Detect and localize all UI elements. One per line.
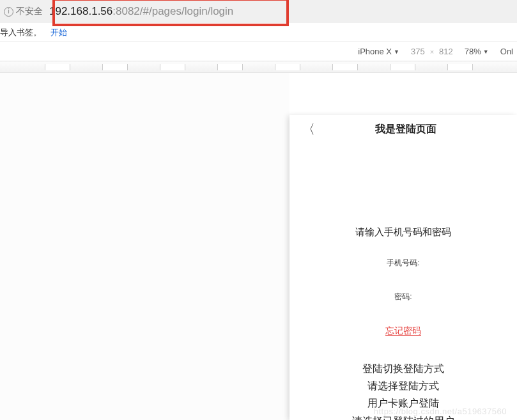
chevron-down-icon: ▼ bbox=[483, 49, 489, 55]
import-bookmarks-text: 导入书签。 bbox=[0, 27, 42, 38]
dimension-x: × bbox=[430, 48, 434, 56]
url-host: 192.168.1.56 bbox=[49, 5, 112, 18]
password-label: 密码: bbox=[289, 292, 517, 302]
url-path: :8082/#/pages/login/login bbox=[112, 5, 233, 18]
login-form-body: 请输入手机号码和密码 手机号码: 密码: 忘记密码 登陆切换登陆方式 请选择登陆… bbox=[289, 143, 517, 420]
not-safe-indicator: i 不安全 bbox=[4, 6, 43, 17]
address-bar: i 不安全 192.168.1.56:8082/#/pages/login/lo… bbox=[0, 0, 517, 23]
option-card-login[interactable]: 用户卡账户登陆 bbox=[289, 394, 517, 412]
zoom-value: 78% bbox=[465, 47, 481, 56]
forgot-password-link[interactable]: 忘记密码 bbox=[289, 325, 517, 337]
option-select-method[interactable]: 请选择登陆方式 bbox=[289, 377, 517, 394]
device-frame: 〈 我是登陆页面 请输入手机号码和密码 手机号码: 密码: 忘记密码 登陆切换登… bbox=[289, 115, 517, 420]
option-switch-method[interactable]: 登陆切换登陆方式 bbox=[289, 360, 517, 377]
device-height[interactable]: 812 bbox=[439, 47, 453, 56]
start-link[interactable]: 开始 bbox=[50, 27, 67, 38]
throttle-value: Onl bbox=[500, 47, 513, 56]
info-icon: i bbox=[4, 7, 13, 17]
zoom-selector[interactable]: 78% ▼ bbox=[465, 47, 489, 56]
preview-stage: 〈 我是登陆页面 请输入手机号码和密码 手机号码: 密码: 忘记密码 登陆切换登… bbox=[0, 73, 517, 420]
login-options: 登陆切换登陆方式 请选择登陆方式 用户卡账户登陆 请选择已登陆过的用户 bbox=[289, 360, 517, 420]
url-field[interactable]: 192.168.1.56:8082/#/pages/login/login bbox=[49, 5, 233, 18]
chevron-down-icon: ▼ bbox=[394, 49, 399, 55]
phone-label: 手机号码: bbox=[289, 258, 517, 268]
device-width[interactable]: 375 bbox=[411, 47, 425, 56]
ruler bbox=[0, 61, 517, 73]
option-select-user[interactable]: 请选择已登陆过的用户 bbox=[289, 412, 517, 420]
not-safe-label: 不安全 bbox=[16, 6, 43, 17]
bookmark-bar: 导入书签。 开始 bbox=[0, 23, 517, 42]
page-title: 我是登陆页面 bbox=[302, 123, 509, 136]
device-name: iPhone X bbox=[358, 47, 392, 56]
app-navbar: 〈 我是登陆页面 bbox=[289, 115, 517, 143]
throttle-selector[interactable]: Onl bbox=[500, 47, 513, 56]
device-selector[interactable]: iPhone X ▼ bbox=[358, 47, 399, 56]
login-prompt: 请输入手机号码和密码 bbox=[289, 226, 517, 238]
stage-empty-area bbox=[0, 73, 289, 420]
devtools-toolbar: iPhone X ▼ 375 × 812 78% ▼ Onl bbox=[0, 42, 517, 61]
device-dimensions: 375 × 812 bbox=[411, 47, 453, 56]
